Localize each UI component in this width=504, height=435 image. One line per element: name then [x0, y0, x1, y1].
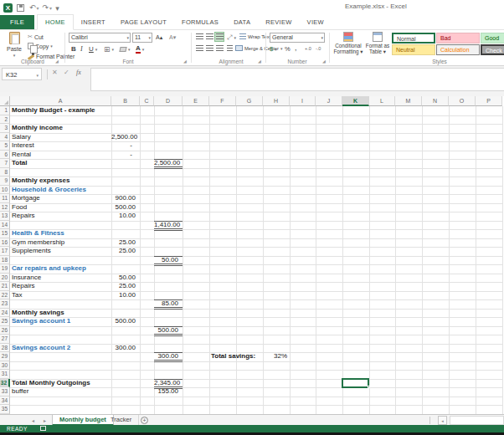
tab-view[interactable]: VIEW: [300, 15, 332, 29]
cell-style-good[interactable]: Good: [481, 33, 504, 44]
cell-B25[interactable]: 500.00: [111, 317, 140, 326]
cell-style-check-cell[interactable]: Check Cell: [481, 44, 504, 55]
cell-D7[interactable]: 2,500.00: [154, 159, 183, 169]
column-header-B[interactable]: B: [111, 96, 140, 106]
sheet-nav-left-icon[interactable]: ◂: [32, 417, 34, 423]
underline-dropdown-icon[interactable]: ▾: [95, 47, 98, 52]
hscroll-left-arrow-icon[interactable]: ◂: [438, 416, 447, 425]
formula-input[interactable]: [90, 68, 504, 91]
row-header-4[interactable]: 4: [0, 133, 10, 142]
number-format-dropdown-icon[interactable]: ▾: [321, 35, 323, 40]
font-size-combo[interactable]: 11 ▾: [132, 33, 152, 43]
row-header-33[interactable]: 33: [0, 387, 10, 397]
row-header-5[interactable]: 5: [0, 141, 10, 151]
row-header-12[interactable]: 12: [0, 203, 10, 212]
row-header-29[interactable]: 29: [0, 352, 10, 361]
cell-style-bad[interactable]: Bad: [436, 33, 480, 44]
column-header-H[interactable]: H: [263, 96, 290, 106]
cell-A6[interactable]: Rental: [10, 151, 111, 160]
sheet-nav-right-icon[interactable]: ▸: [44, 417, 46, 423]
row-header-23[interactable]: 23: [0, 299, 10, 309]
worksheet-grid[interactable]: ABCDEFGHIJKLMNOP123456789101112131415161…: [0, 92, 504, 414]
name-box-dropdown-icon[interactable]: ▾: [36, 73, 39, 78]
format-as-table-button[interactable]: Format as Table ▾: [365, 32, 390, 55]
percent-style-button[interactable]: %: [285, 45, 291, 53]
font-dialog-launcher-icon[interactable]: ◢: [183, 59, 187, 64]
enter-icon[interactable]: ✓: [64, 69, 69, 76]
cell-A25[interactable]: Savings account 1: [10, 317, 111, 326]
cell-A24[interactable]: Monthly savings: [10, 309, 111, 318]
decrease-decimal-button[interactable]: -.0: [316, 46, 321, 51]
row-header-13[interactable]: 13: [0, 212, 10, 221]
align-left-button[interactable]: [194, 44, 204, 54]
cell-style-normal[interactable]: Normal: [392, 33, 435, 44]
top-align-button[interactable]: [194, 32, 204, 42]
cut-button[interactable]: ✂ Cut: [28, 33, 44, 40]
cell-D33[interactable]: 155.00: [154, 387, 183, 397]
horizontal-scrollbar[interactable]: [450, 416, 504, 425]
cell-A28[interactable]: Savings account 2: [10, 344, 111, 353]
alignment-dialog-launcher-icon[interactable]: ◢: [258, 59, 261, 64]
align-center-button[interactable]: [204, 44, 214, 54]
cell-A3[interactable]: Monthly income: [10, 124, 111, 133]
row-header-11[interactable]: 11: [0, 194, 10, 203]
row-header-2[interactable]: 2: [0, 115, 10, 125]
row-header-28[interactable]: 28: [0, 344, 10, 353]
cell-B20[interactable]: 50.00: [111, 274, 140, 283]
cell-D26[interactable]: 500.00: [154, 326, 183, 336]
cell-B12[interactable]: 500.00: [111, 203, 140, 212]
cell-B5[interactable]: -: [111, 141, 140, 151]
cell-B11[interactable]: 900.00: [111, 194, 140, 203]
orientation-button[interactable]: ⤢ ▾: [227, 33, 236, 42]
row-header-25[interactable]: 25: [0, 317, 10, 326]
number-dialog-launcher-icon[interactable]: ◢: [322, 59, 326, 64]
row-header-17[interactable]: 17: [0, 247, 10, 256]
fill-color-dropdown-icon[interactable]: ▾: [128, 47, 131, 52]
column-header-D[interactable]: D: [154, 96, 183, 106]
fill-handle[interactable]: [368, 386, 370, 388]
cell-A11[interactable]: Mortgage: [10, 194, 111, 203]
cell-A4[interactable]: Salary: [10, 133, 111, 142]
cell-A19[interactable]: Car repairs and upkeep: [10, 264, 111, 274]
row-header-14[interactable]: 14: [0, 221, 10, 230]
row-header-21[interactable]: 21: [0, 282, 10, 291]
cell-A32[interactable]: Total Monthly Outgoings: [10, 379, 111, 388]
cell-style-calculation[interactable]: Calculation: [436, 44, 480, 55]
cell-A5[interactable]: Interest: [10, 141, 111, 151]
row-header-24[interactable]: 24: [0, 309, 10, 318]
grow-font-button[interactable]: A▴: [156, 34, 162, 41]
row-header-27[interactable]: 27: [0, 335, 10, 344]
bold-button[interactable]: B: [71, 45, 76, 53]
cell-B4[interactable]: 2,500.00: [111, 133, 140, 142]
select-all-button[interactable]: [0, 96, 10, 106]
redo-dropdown-icon[interactable]: ▾: [49, 6, 52, 11]
paste-button[interactable]: Paste ▾: [3, 32, 25, 59]
macro-record-icon[interactable]: [40, 426, 46, 431]
cell-A15[interactable]: Health & Fitness: [10, 229, 111, 238]
row-header-26[interactable]: 26: [0, 326, 10, 335]
italic-button[interactable]: I: [80, 45, 83, 53]
cell-B13[interactable]: 10.00: [111, 212, 140, 221]
column-header-J[interactable]: J: [316, 96, 342, 106]
column-header-K[interactable]: K: [342, 96, 369, 106]
font-color-button[interactable]: A ▾: [136, 45, 144, 54]
row-header-9[interactable]: 9: [0, 177, 10, 186]
name-box[interactable]: K32 ▾: [2, 68, 42, 80]
column-header-I[interactable]: I: [290, 96, 316, 106]
column-header-L[interactable]: L: [369, 96, 395, 106]
font-size-dropdown-icon[interactable]: ▾: [148, 35, 151, 40]
column-header-M[interactable]: M: [395, 96, 422, 106]
row-header-22[interactable]: 22: [0, 291, 10, 300]
cell-A21[interactable]: Repairs: [10, 282, 111, 291]
shrink-font-button[interactable]: A▾: [169, 34, 176, 41]
font-color-dropdown-icon[interactable]: ▾: [142, 47, 145, 52]
cell-A10[interactable]: Household & Groceries: [10, 186, 111, 195]
font-name-combo[interactable]: Calibri ▾: [69, 33, 131, 43]
row-header-15[interactable]: 15: [0, 229, 10, 238]
conditional-formatting-button[interactable]: Conditional Formatting ▾: [332, 32, 364, 55]
copy-button[interactable]: Copy ▾: [28, 43, 53, 49]
column-header-P[interactable]: P: [476, 96, 502, 106]
row-header-30[interactable]: 30: [0, 361, 10, 371]
cell-A13[interactable]: Repairs: [10, 212, 111, 221]
underline-button[interactable]: U ▾: [89, 45, 97, 53]
